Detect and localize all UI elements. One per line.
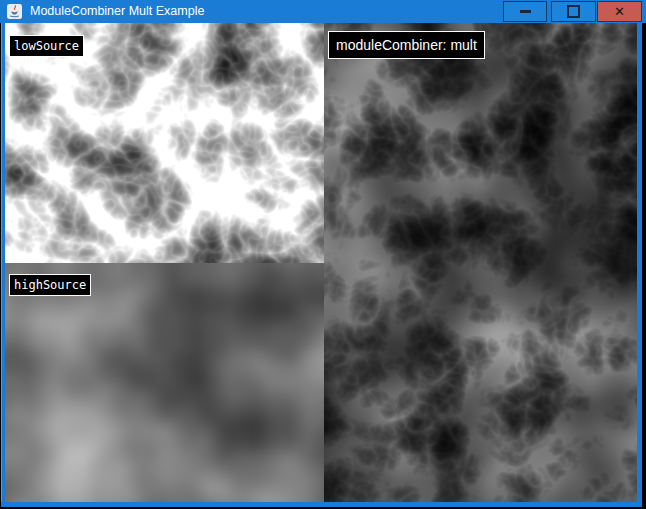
lowsource-label: lowSource [9,35,84,57]
window-frame-bottom [1,502,642,507]
screenshot-root: ModuleCombiner Mult Example ✕ lowSource … [0,0,646,509]
close-button[interactable]: ✕ [597,1,642,22]
maximize-icon [567,5,580,18]
maximize-button[interactable] [551,1,596,22]
minimize-icon [520,10,531,13]
close-icon: ✕ [614,5,625,18]
java-icon-svg [7,4,22,19]
mult-label: moduleCombiner: mult [328,31,485,59]
highsource-label: highSource [9,274,91,296]
mult-texture [324,23,637,502]
lowsource-texture [5,23,324,263]
highsource-texture [5,263,324,502]
window-title: ModuleCombiner Mult Example [30,0,204,23]
minimize-button[interactable] [503,1,547,22]
window-frame-right [637,23,642,507]
java-icon[interactable] [7,4,22,19]
titlebar[interactable]: ModuleCombiner Mult Example ✕ [0,0,646,23]
